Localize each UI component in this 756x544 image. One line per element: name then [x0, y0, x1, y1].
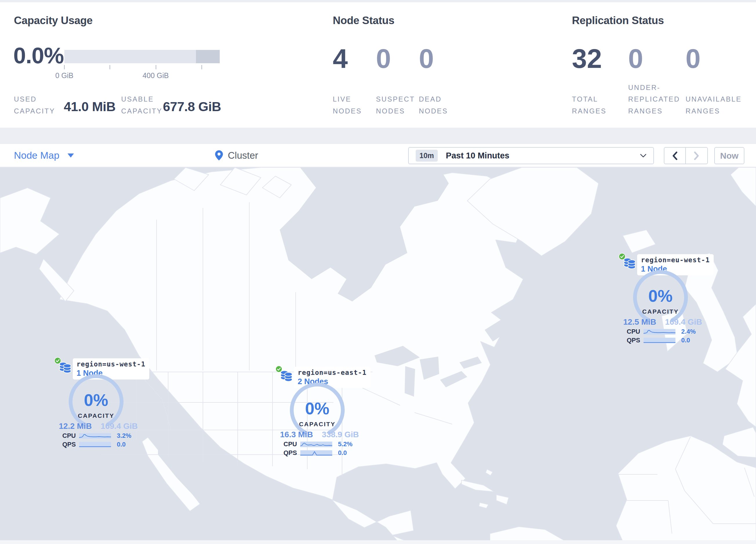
cpu-label: CPU — [627, 328, 644, 336]
database-icon — [59, 361, 72, 374]
bottom-strip — [0, 540, 756, 544]
capacity-usage-bar — [64, 50, 220, 63]
cpu-metric-row: CPU 2.4% — [627, 329, 702, 335]
map-toolbar: Node Map Cluster 10m Past 10 Minutes Now — [0, 144, 756, 167]
time-forward-button[interactable] — [686, 148, 707, 164]
chevron-down-icon — [640, 154, 646, 157]
qps-sparkline — [79, 442, 111, 447]
qps-value: 0.0 — [117, 441, 126, 448]
capacity-axis-tick — [156, 65, 156, 69]
database-icon — [623, 257, 636, 270]
time-window-label: Past 10 Minutes — [446, 151, 509, 160]
capacity-gauge-label: CAPACITY — [66, 412, 126, 419]
region-usable-capacity: 338.9 GiB — [322, 430, 359, 439]
used-capacity-label: USED CAPACITY — [14, 93, 53, 117]
live-nodes-label: LIVE NODES — [333, 93, 365, 117]
cpu-sparkline — [644, 329, 675, 335]
region-name: region=us-west-1 — [77, 360, 146, 368]
capacity-axis-label: 400 GiB — [137, 71, 175, 80]
usable-capacity-label: USABLE CAPACITY — [121, 93, 163, 117]
cpu-metric-row: CPU 3.2% — [62, 433, 138, 439]
database-icon — [280, 369, 293, 383]
qps-metric-row: QPS 0.0 — [62, 441, 138, 448]
time-back-button[interactable] — [664, 148, 686, 164]
view-selector-label: Node Map — [14, 150, 59, 161]
region-name: region=us-east-1 — [298, 369, 367, 376]
capacity-usage-row: 16.3 MiB 338.9 GiB — [280, 430, 359, 439]
replication-status-title: Replication Status — [572, 14, 664, 27]
region-used-capacity: 16.3 MiB — [280, 430, 313, 439]
used-capacity-value: 41.0 MiB — [64, 99, 116, 114]
capacity-axis-label: 0 GiB — [50, 71, 79, 80]
region-usable-capacity: 169.4 GiB — [665, 318, 702, 327]
cpu-metric-row: CPU 5.2% — [283, 441, 359, 447]
qps-label: QPS — [627, 337, 644, 344]
unavailable-ranges-label: UNAVAILABLE RANGES — [686, 93, 741, 117]
usable-capacity-value: 677.8 GiB — [163, 99, 221, 114]
breadcrumb-label: Cluster — [228, 150, 258, 161]
map-pin-icon — [215, 150, 223, 160]
total-ranges-label: TOTAL RANGES — [572, 93, 610, 117]
suspect-nodes-count: 0 — [376, 45, 391, 72]
qps-value: 0.0 — [681, 337, 690, 344]
cluster-summary-panel: Capacity Usage 0.0% 0 GiB 400 GiB USED C… — [0, 2, 756, 128]
region-usable-capacity: 169.4 GiB — [101, 422, 138, 431]
cpu-value: 2.4% — [681, 328, 696, 336]
qps-sparkline — [300, 450, 332, 456]
total-ranges-count: 32 — [572, 45, 602, 72]
qps-label: QPS — [283, 449, 300, 457]
view-selector-dropdown[interactable]: Node Map — [14, 144, 74, 167]
region-marker-us-west-1[interactable]: region=us-west-1 1 Node 0% CAPACITY 12.2… — [54, 357, 141, 451]
capacity-gauge-label: CAPACITY — [631, 308, 690, 315]
unavailable-ranges-count: 0 — [686, 45, 701, 72]
capacity-axis-tick — [110, 65, 110, 69]
time-window-dropdown[interactable]: 10m Past 10 Minutes — [408, 147, 654, 164]
capacity-gauge-percent: 0% — [288, 399, 347, 418]
cpu-sparkline — [300, 442, 332, 447]
capacity-usage-row: 12.2 MiB 169.4 GiB — [59, 422, 138, 431]
cpu-label: CPU — [62, 432, 79, 440]
capacity-axis-tick — [201, 65, 202, 69]
time-window-badge: 10m — [416, 150, 438, 162]
capacity-usage-row: 12.5 MiB 169.4 GiB — [623, 318, 702, 327]
region-used-capacity: 12.5 MiB — [623, 318, 656, 327]
qps-value: 0.0 — [338, 449, 347, 457]
world-map — [0, 167, 756, 544]
capacity-usage-title: Capacity Usage — [14, 14, 92, 27]
live-nodes-count: 4 — [333, 45, 348, 72]
under-replicated-ranges-count: 0 — [628, 45, 643, 72]
capacity-gauge-label: CAPACITY — [288, 421, 347, 428]
caret-down-icon — [68, 153, 74, 157]
region-marker-eu-west-1[interactable]: region=eu-west-1 1 Node 0% CAPACITY 12.5… — [619, 253, 706, 347]
qps-label: QPS — [62, 441, 79, 448]
lake-michigan — [405, 366, 415, 397]
capacity-gauge-percent: 0% — [631, 286, 690, 306]
cpu-value: 3.2% — [117, 432, 131, 440]
region-marker-us-east-1[interactable]: region=us-east-1 2 Nodes 0% CAPACITY 16.… — [275, 366, 362, 459]
breadcrumb-cluster[interactable]: Cluster — [215, 144, 258, 167]
capacity-bar-reserved-segment — [196, 50, 220, 63]
region-used-capacity: 12.2 MiB — [59, 422, 92, 431]
qps-sparkline — [644, 338, 675, 343]
qps-metric-row: QPS 0.0 — [627, 337, 702, 344]
node-map: region=us-west-1 1 Node 0% CAPACITY 12.2… — [0, 167, 756, 544]
under-replicated-ranges-label: UNDER-REPLICATED RANGES — [628, 82, 682, 117]
region-name: region=eu-west-1 — [641, 256, 710, 264]
suspect-nodes-label: SUSPECT NODES — [376, 93, 414, 117]
qps-metric-row: QPS 0.0 — [283, 450, 359, 456]
now-button[interactable]: Now — [714, 147, 744, 164]
chevron-right-icon — [694, 151, 699, 160]
node-status-title: Node Status — [333, 14, 395, 27]
cpu-value: 5.2% — [338, 440, 352, 448]
chevron-left-icon — [672, 151, 678, 160]
time-pager — [664, 147, 708, 164]
capacity-usage-percent: 0.0% — [13, 42, 64, 69]
dead-nodes-count: 0 — [419, 45, 434, 72]
capacity-axis-tick — [64, 65, 65, 69]
dead-nodes-label: DEAD NODES — [419, 93, 451, 117]
capacity-gauge-percent: 0% — [66, 390, 126, 410]
cpu-sparkline — [79, 433, 111, 439]
cpu-label: CPU — [283, 440, 300, 448]
